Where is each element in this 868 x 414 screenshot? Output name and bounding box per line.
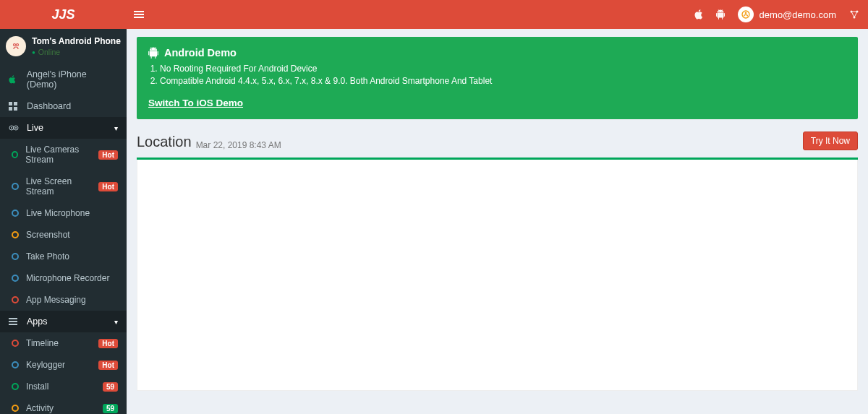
sidebar-item-label: Angel's iPhone (Demo) <box>27 69 118 90</box>
apple-icon <box>9 75 22 84</box>
sidebar-subitem[interactable]: App Messaging <box>0 289 127 311</box>
brand-logo[interactable]: JJS <box>0 0 127 29</box>
hot-badge: Hot <box>98 150 118 160</box>
sidebar-subitem[interactable]: TimelineHot <box>0 332 127 354</box>
sidebar-subitem[interactable]: Activity59 <box>0 397 127 414</box>
callout-title-text: Android Demo <box>164 47 237 59</box>
user-email-label: demo@demo.com <box>760 9 836 20</box>
sidebar-section-live[interactable]: Live ▾ <box>0 117 127 139</box>
sidebar-item-label: Timeline <box>26 338 59 348</box>
svg-point-16 <box>15 127 17 129</box>
dashboard-icon <box>9 102 22 111</box>
sidebar-item-label: Microphone Recorder <box>26 273 109 283</box>
device-name: Tom's Android Phone <box>32 36 121 46</box>
svg-point-2 <box>744 12 746 14</box>
ring-icon <box>12 383 19 390</box>
sidebar-subitem[interactable]: Live Microphone <box>0 202 127 224</box>
ring-icon <box>12 405 19 412</box>
sidebar-user-panel: Tom's Android Phone ●Online <box>0 29 127 64</box>
user-avatar-icon <box>738 7 754 22</box>
sidebar-item-label: Install <box>26 381 48 392</box>
content-area: Android Demo No Rooting Required For And… <box>127 0 868 414</box>
svg-rect-12 <box>14 107 17 111</box>
try-it-now-button[interactable]: Try It Now <box>803 131 858 150</box>
count-badge: 59 <box>103 382 118 392</box>
callout-line-1: No Rooting Required For Android Device <box>160 63 846 75</box>
hot-badge: Hot <box>98 339 118 348</box>
sidebar-item-label: Dashboard <box>27 101 71 111</box>
sidebar-item-angel-iphone[interactable]: Angel's iPhone (Demo) <box>0 64 127 95</box>
sidebar-item-label: Live Cameras Stream <box>25 145 98 165</box>
sidebar-item-dashboard[interactable]: Dashboard <box>0 95 127 117</box>
callout-list: No Rooting Required For Android Device C… <box>160 63 846 87</box>
hot-badge: Hot <box>98 182 118 191</box>
ring-icon <box>12 151 18 158</box>
user-menu[interactable]: demo@demo.com <box>738 7 836 22</box>
ring-icon <box>12 340 19 347</box>
ring-icon <box>12 231 19 238</box>
sidebar-subitem[interactable]: Install59 <box>0 376 127 397</box>
section-label: Live <box>27 123 43 133</box>
svg-rect-10 <box>14 102 17 105</box>
content-panel <box>137 160 858 391</box>
sidebar-item-label: Activity <box>26 403 54 413</box>
ring-icon <box>12 275 19 282</box>
callout-line-2: Compatible Android 4.4.x, 5.x, 6.x, 7.x,… <box>160 75 846 87</box>
android-icon <box>148 47 158 59</box>
list-icon <box>9 318 22 325</box>
eye-icon <box>9 125 22 131</box>
sidebar-item-label: Take Photo <box>26 251 69 262</box>
ring-icon <box>12 296 19 303</box>
sidebar-subitem[interactable]: Screenshot <box>0 224 127 246</box>
topbar: JJS demo@demo.com <box>0 0 868 29</box>
sidebar-item-label: App Messaging <box>26 295 86 305</box>
svg-point-6 <box>9 39 23 53</box>
sidebar-subitem[interactable]: Take Photo <box>0 246 127 267</box>
count-badge: 59 <box>103 404 118 413</box>
page-timestamp: Mar 22, 2019 8:43 AM <box>196 140 281 150</box>
topbar-right: demo@demo.com <box>694 7 868 22</box>
demo-callout: Android Demo No Rooting Required For And… <box>137 37 858 119</box>
sidebar-item-label: Keylogger <box>26 360 65 370</box>
menu-toggle-icon[interactable] <box>127 11 148 18</box>
sidebar-subitem[interactable]: Live Screen StreamHot <box>0 171 127 202</box>
device-avatar-icon <box>6 36 26 56</box>
sidebar-subitem[interactable]: KeyloggerHot <box>0 354 127 376</box>
ring-icon <box>12 183 19 190</box>
chevron-down-icon: ▾ <box>114 124 118 132</box>
apple-icon[interactable] <box>694 9 703 20</box>
sidebar: Tom's Android Phone ●Online Angel's iPho… <box>0 29 127 414</box>
ring-icon <box>12 253 19 260</box>
switch-demo-link[interactable]: Switch To iOS Demo <box>148 98 243 108</box>
sidebar-item-label: Screenshot <box>26 230 70 240</box>
sidebar-subitem[interactable]: Live Cameras StreamHot <box>0 139 127 171</box>
sidebar-section-apps[interactable]: Apps ▾ <box>0 311 127 332</box>
hot-badge: Hot <box>98 361 118 370</box>
page-title: Location <box>137 134 192 150</box>
page-header: Location Mar 22, 2019 8:43 AM Try It Now <box>127 127 868 158</box>
svg-point-15 <box>11 127 12 129</box>
android-icon[interactable] <box>716 9 725 20</box>
section-label: Apps <box>27 316 48 327</box>
ring-icon <box>12 210 19 217</box>
callout-title: Android Demo <box>148 47 846 59</box>
sidebar-subitem[interactable]: Microphone Recorder <box>0 267 127 289</box>
device-status: ●Online <box>32 48 121 56</box>
settings-icon[interactable] <box>849 9 859 20</box>
chevron-down-icon: ▾ <box>114 318 118 326</box>
ring-icon <box>12 361 19 368</box>
sidebar-item-label: Live Microphone <box>26 208 90 218</box>
sidebar-item-label: Live Screen Stream <box>26 176 99 197</box>
svg-rect-11 <box>9 107 12 111</box>
svg-rect-9 <box>9 102 12 105</box>
